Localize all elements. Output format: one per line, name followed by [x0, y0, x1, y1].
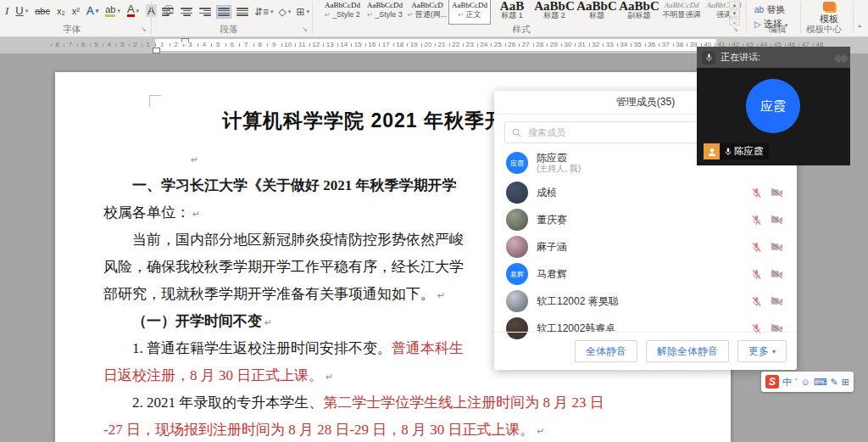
emoji-icon[interactable]: ☺: [800, 372, 810, 392]
superscript-button[interactable]: x²: [72, 6, 80, 16]
line-spacing-button[interactable]: ⇵≡▾: [254, 6, 274, 18]
unmute-all-button[interactable]: 解除全体静音: [646, 340, 729, 362]
ruler-number: 6: [225, 39, 240, 51]
gallery-scroll-down[interactable]: ▾: [729, 9, 740, 17]
style-card-4[interactable]: AaB标题 1: [492, 0, 532, 24]
style-preview: AaB: [492, 1, 532, 11]
replace-icon: ab: [754, 5, 764, 14]
toolbox-icon[interactable]: ⊞: [842, 372, 849, 392]
shading-button[interactable]: ◇▾: [279, 6, 292, 18]
word-ribbon: I U▾ abc x₂ x² A▾ ab▾ A▾ A Ⓐ ⇵≡▾ ◇▾ ⊞▾ A…: [0, 0, 868, 37]
font-group-controls: I U▾ abc x₂ x² A▾ ab▾ A▾ A Ⓐ: [5, 3, 174, 18]
highlight-color-button[interactable]: ab▾: [105, 4, 120, 17]
mute-all-button[interactable]: 全体静音: [575, 340, 637, 362]
style-label: ↵ 普通(网...: [407, 10, 448, 20]
member-row[interactable]: 成桢: [494, 179, 797, 206]
style-preview: AaBbCcDd: [364, 1, 405, 10]
paragraph-mark: ↵: [326, 372, 333, 382]
member-row[interactable]: 麻子涵: [494, 233, 797, 260]
font-dialog-launcher[interactable]: ↘: [141, 25, 147, 33]
keyboard-icon[interactable]: ⌨: [814, 372, 827, 392]
style-preview: AaBbCcD: [407, 1, 448, 10]
template-group-label: 模板中心: [788, 24, 860, 36]
ruler-number: 16: [365, 39, 380, 51]
search-icon: [512, 128, 521, 137]
paragraph-mark: ↵: [191, 154, 198, 165]
style-card-2[interactable]: AaBbCcD↵ 普通(网...: [407, 0, 448, 24]
video-top-bar: 正在讲话: ◆◆: [697, 47, 850, 68]
align-right-button[interactable]: [198, 6, 212, 18]
style-card-3[interactable]: AaBbCcDd↵ 正文: [449, 0, 490, 24]
ruler-number: 20: [421, 39, 436, 51]
underline-button[interactable]: U▾: [15, 4, 28, 17]
gallery-scroll-up[interactable]: ▴: [729, 1, 740, 8]
style-card-7[interactable]: AaBbC副标题: [619, 0, 659, 24]
ruler-number: 26: [505, 39, 520, 51]
ime-toolbar[interactable]: S 中’☺⌨✎⊞: [761, 372, 854, 392]
align-center-button[interactable]: [180, 6, 193, 18]
collapse-ribbon-button[interactable]: ⌃: [856, 24, 863, 33]
handwriting-icon[interactable]: ✎: [831, 372, 838, 392]
style-label: 标题: [576, 11, 617, 20]
paragraph-mark: ↵: [192, 209, 200, 219]
style-preview: AaBbCcDd: [661, 1, 702, 10]
document-title: 计算机科学学院 2021 年秋季开学: [222, 108, 526, 134]
ime-logo-icon[interactable]: S: [765, 375, 779, 389]
ruler-number: 7: [64, 39, 76, 51]
member-list: 应霞陈应霞(主持人, 我)成桢董庆赛麻子涵君辉马君辉软工12002 蒋昊聪软工1…: [494, 147, 797, 342]
font-color-button[interactable]: A▾: [127, 4, 139, 17]
paragraph-dialog-launcher[interactable]: ↘: [302, 25, 308, 33]
style-card-8[interactable]: AaBbCcDd不明显强调: [661, 0, 702, 24]
align-left-button[interactable]: [161, 6, 175, 18]
style-label: 标题 1: [492, 11, 532, 20]
paragraph-group-controls: ⇵≡▾ ◇▾ ⊞▾: [161, 6, 309, 18]
style-card-0[interactable]: AaBbCcDd↵ _Style 2: [322, 0, 363, 24]
template-button[interactable]: 模板: [807, 2, 851, 24]
subscript-button[interactable]: x₂: [57, 6, 65, 16]
style-label: ↵ _Style 3: [364, 10, 405, 20]
ruler-number: 23: [463, 39, 477, 51]
punctuation-icon[interactable]: ’: [795, 372, 797, 392]
borders-button[interactable]: ⊞▾: [296, 6, 309, 18]
replace-button[interactable]: ab替换: [754, 3, 787, 17]
chinese-mode-icon[interactable]: 中: [782, 372, 792, 392]
document-line: 2. 2021 年录取的专升本学生、第二学士学位学生线上注册时间为 8 月 23…: [103, 389, 714, 417]
distribute-button[interactable]: [236, 6, 249, 18]
justify-button[interactable]: [217, 6, 231, 18]
text-effects-button[interactable]: A▾: [86, 4, 98, 17]
member-av-controls[interactable]: [751, 215, 783, 226]
speaker-video-window[interactable]: 正在讲话: ◆◆ 应霞 陈应霞: [697, 47, 850, 165]
style-label: ↵ 正文: [449, 10, 490, 20]
style-card-1[interactable]: AaBbCcDd↵ _Style 3: [364, 0, 405, 24]
ruler-number: 22: [449, 39, 464, 51]
ruler-number: 24: [477, 39, 492, 51]
styles-dialog-launcher[interactable]: ↘: [732, 25, 738, 33]
member-avatar: [506, 209, 528, 231]
paragraph-mark: ↵: [437, 290, 445, 300]
camera-muted-icon: [771, 187, 783, 198]
more-button[interactable]: 更多▾: [737, 340, 787, 362]
member-av-controls[interactable]: [751, 242, 783, 253]
italic-button[interactable]: I: [5, 4, 8, 18]
style-card-6[interactable]: AaBbC标题: [576, 0, 617, 24]
member-avatar: 君辉: [506, 263, 528, 285]
template-icon: [823, 2, 835, 11]
member-row[interactable]: 董庆赛: [494, 206, 797, 233]
ruler-number: 5: [90, 39, 103, 51]
left-indent-marker[interactable]: [153, 48, 160, 53]
ruler-number: 17: [379, 39, 393, 51]
member-row[interactable]: 软工12002 蒋昊聪: [494, 288, 797, 315]
font-group-label: 字体: [34, 24, 110, 36]
ruler-number: 2: [170, 39, 184, 51]
member-name: 软工12002 蒋昊聪: [537, 295, 619, 307]
ruler-number: 9: [267, 39, 281, 51]
member-av-controls[interactable]: [751, 296, 783, 307]
ruler-number: 6: [77, 39, 90, 51]
strikethrough-button[interactable]: abc: [35, 6, 50, 16]
ruler-number: 31: [575, 39, 589, 51]
ruler-number: 12: [309, 39, 324, 51]
member-row[interactable]: 君辉马君辉: [494, 260, 797, 288]
style-card-5[interactable]: AaBbC标题 2: [534, 0, 575, 24]
member-av-controls[interactable]: [751, 269, 783, 280]
member-av-controls[interactable]: [751, 187, 783, 199]
